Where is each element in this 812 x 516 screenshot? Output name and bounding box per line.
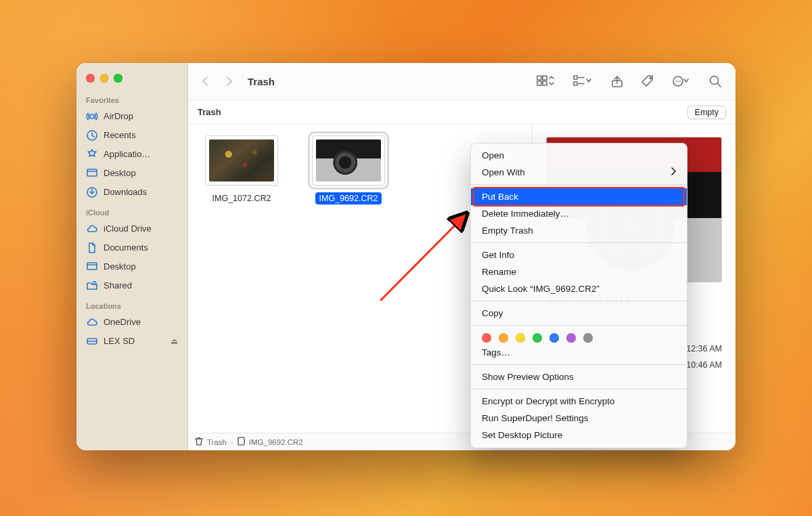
sidebar-heading: Favorites bbox=[76, 89, 187, 107]
sidebar-heading: iCloud bbox=[76, 202, 187, 219]
ctx-quick-look[interactable]: Quick Look “IMG_9692.CR2” bbox=[471, 280, 687, 297]
finder-window: FavoritesAirDropRecentsApplicatio…Deskto… bbox=[76, 63, 736, 450]
path-segment[interactable]: IMG_9692.CR2 bbox=[249, 438, 303, 446]
ctx-open[interactable]: Open bbox=[471, 147, 687, 164]
svg-point-26 bbox=[710, 77, 719, 85]
sidebar-item-label: LEX SD bbox=[104, 336, 165, 346]
sidebar-item-desktop[interactable]: Desktop bbox=[76, 164, 187, 183]
file-icon bbox=[238, 437, 245, 447]
more-actions-button[interactable] bbox=[668, 72, 695, 91]
ctx-tag-colors bbox=[471, 329, 687, 344]
file-item[interactable]: IMG_1072.CR2 bbox=[198, 135, 286, 205]
close-window-button[interactable] bbox=[86, 74, 95, 83]
tag-color-swatch[interactable] bbox=[499, 333, 508, 343]
tag-color-swatch[interactable] bbox=[482, 333, 491, 343]
cloud-icon bbox=[86, 316, 98, 328]
ctx-superduper[interactable]: Run SuperDuper! Settings bbox=[471, 410, 687, 427]
folder-icon bbox=[86, 280, 98, 292]
sidebar-heading: Locations bbox=[76, 295, 187, 313]
ctx-show-preview-options[interactable]: Show Preview Options bbox=[471, 368, 687, 385]
tag-color-swatch[interactable] bbox=[533, 333, 542, 343]
sidebar-item-lex-sd[interactable]: LEX SD⏏ bbox=[76, 332, 187, 351]
sidebar-item-label: Downloads bbox=[104, 187, 178, 197]
svg-rect-6 bbox=[87, 263, 97, 270]
main-pane: Trash bbox=[188, 63, 736, 450]
ctx-empty-trash[interactable]: Empty Trash bbox=[471, 222, 687, 239]
ctx-rename[interactable]: Rename bbox=[471, 263, 687, 280]
tag-color-swatch[interactable] bbox=[549, 333, 559, 343]
svg-rect-29 bbox=[238, 437, 244, 445]
svg-rect-14 bbox=[543, 81, 547, 85]
toolbar: Trash bbox=[188, 63, 736, 100]
svg-rect-2 bbox=[87, 169, 97, 176]
tags-button[interactable] bbox=[637, 72, 658, 91]
zoom-window-button[interactable] bbox=[114, 74, 122, 83]
sidebar-item-label: Desktop bbox=[104, 261, 178, 272]
tag-color-swatch[interactable] bbox=[516, 333, 525, 343]
eject-icon[interactable]: ⏏ bbox=[171, 337, 178, 346]
path-segment[interactable]: Trash bbox=[207, 438, 227, 446]
context-menu: Open Open With Put Back Delete Immediate… bbox=[470, 143, 687, 448]
tag-color-swatch[interactable] bbox=[566, 333, 576, 343]
svg-rect-15 bbox=[574, 76, 577, 79]
sidebar-item-applicatio[interactable]: Applicatio… bbox=[76, 145, 187, 164]
file-thumbnail[interactable] bbox=[205, 135, 278, 186]
sidebar-item-recents[interactable]: Recents bbox=[76, 126, 187, 145]
minimize-window-button[interactable] bbox=[100, 74, 109, 83]
svg-rect-12 bbox=[543, 76, 547, 80]
svg-rect-17 bbox=[574, 82, 577, 85]
ctx-encrypt[interactable]: Encrypt or Decrypt with Encrypto bbox=[471, 393, 687, 410]
sidebar-item-label: Recents bbox=[104, 130, 178, 140]
sidebar-item-icloud-drive[interactable]: iCloud Drive bbox=[76, 219, 187, 238]
file-name-label: IMG_1072.CR2 bbox=[208, 192, 275, 205]
ctx-set-desktop[interactable]: Set Desktop Picture bbox=[471, 427, 687, 444]
file-item[interactable]: IMG_9692.CR2 bbox=[304, 135, 392, 205]
tag-color-swatch[interactable] bbox=[583, 333, 593, 343]
sidebar-item-airdrop[interactable]: AirDrop bbox=[76, 107, 187, 126]
sidebar-item-shared[interactable]: Shared bbox=[76, 276, 187, 295]
empty-trash-button[interactable]: Empty bbox=[687, 106, 726, 119]
window-controls bbox=[76, 70, 187, 89]
search-button[interactable] bbox=[704, 72, 726, 91]
nav-back-button[interactable] bbox=[198, 72, 212, 91]
location-label: Trash bbox=[198, 107, 221, 117]
ctx-put-back[interactable]: Put Back bbox=[471, 188, 687, 205]
sidebar-item-onedrive[interactable]: OneDrive bbox=[76, 313, 187, 332]
svg-line-27 bbox=[718, 84, 721, 87]
view-mode-button[interactable] bbox=[533, 72, 560, 91]
svg-point-0 bbox=[90, 114, 94, 119]
ctx-tags[interactable]: Tags… bbox=[471, 344, 687, 361]
desktop-icon bbox=[86, 167, 98, 179]
svg-point-21 bbox=[650, 77, 651, 79]
ctx-get-info[interactable]: Get Info bbox=[471, 246, 687, 263]
sidebar-item-label: Applicatio… bbox=[104, 149, 178, 159]
apps-icon bbox=[86, 148, 98, 160]
sidebar-item-label: AirDrop bbox=[104, 111, 178, 121]
nav-forward-button[interactable] bbox=[222, 72, 237, 91]
airdrop-icon bbox=[86, 110, 98, 123]
disk-icon bbox=[86, 335, 98, 347]
svg-point-8 bbox=[93, 281, 95, 284]
clock-icon bbox=[86, 129, 98, 142]
sidebar-item-label: Desktop bbox=[104, 168, 178, 178]
location-bar: Trash Empty bbox=[188, 100, 736, 125]
ctx-open-with[interactable]: Open With bbox=[471, 164, 687, 181]
share-button[interactable] bbox=[607, 72, 627, 91]
sidebar-item-label: Shared bbox=[104, 280, 178, 291]
sidebar-item-documents[interactable]: Documents bbox=[76, 238, 187, 257]
ctx-copy[interactable]: Copy bbox=[471, 305, 687, 322]
path-separator-icon: › bbox=[231, 438, 233, 446]
sidebar-item-label: Documents bbox=[104, 242, 178, 253]
cloud-icon bbox=[86, 223, 98, 235]
download-icon bbox=[86, 186, 98, 198]
svg-rect-13 bbox=[537, 81, 541, 85]
svg-rect-11 bbox=[537, 76, 541, 80]
sidebar-item-desktop[interactable]: Desktop bbox=[76, 257, 187, 276]
ctx-delete-immediately[interactable]: Delete Immediately… bbox=[471, 205, 687, 222]
document-icon bbox=[86, 242, 98, 254]
sidebar: FavoritesAirDropRecentsApplicatio…Deskto… bbox=[76, 63, 188, 450]
file-thumbnail[interactable] bbox=[312, 135, 385, 186]
group-by-button[interactable] bbox=[569, 72, 597, 91]
sidebar-item-label: iCloud Drive bbox=[104, 223, 178, 234]
sidebar-item-downloads[interactable]: Downloads bbox=[76, 183, 187, 202]
